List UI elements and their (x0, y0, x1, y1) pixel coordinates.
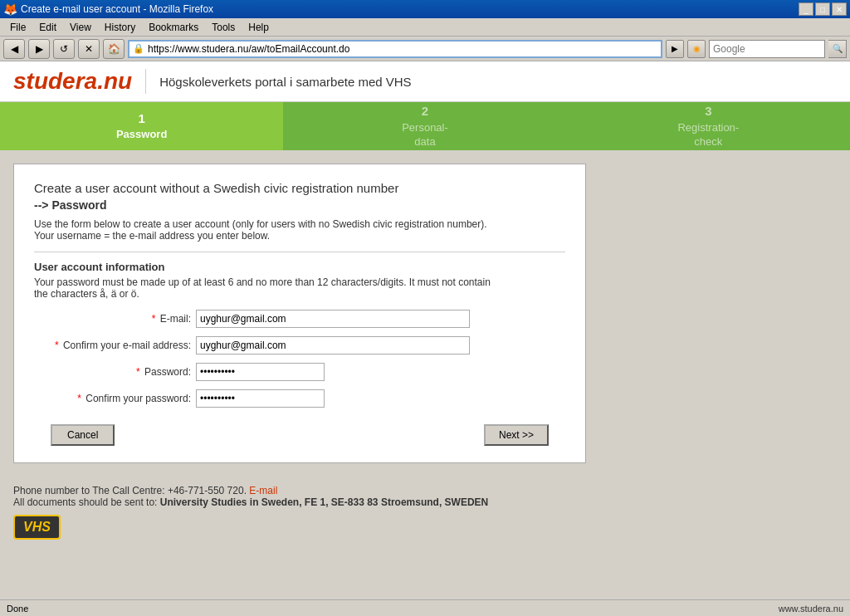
window-title: Create e-mail user account - Mozilla Fir… (21, 3, 799, 15)
url-input[interactable] (148, 43, 657, 55)
home-button[interactable]: 🏠 (103, 39, 125, 59)
confirm-password-label: * Confirm your password: (34, 393, 196, 404)
email-label: * E-mail: (34, 313, 196, 325)
status-bar: Done www.studera.nu (0, 599, 850, 616)
footer: Phone number to The Call Centre: +46-771… (0, 477, 850, 548)
title-bar: 🦊 Create e-mail user account - Mozilla F… (0, 0, 850, 18)
navigation-bar: ◀ ▶ ↺ ✕ 🏠 🔒 ▶ ◉ 🔍 (0, 37, 850, 61)
section-desc-line1: Your password must be made up of at leas… (34, 276, 491, 288)
secure-icon: 🔒 (133, 43, 144, 54)
confirm-password-input[interactable] (196, 389, 325, 408)
confirm-email-row: * Confirm your e-mail address: (34, 336, 565, 354)
go-button[interactable]: ▶ (666, 40, 684, 58)
footer-email-link[interactable]: E-mail (249, 485, 277, 496)
minimize-button[interactable]: _ (799, 2, 813, 16)
address-bar[interactable]: 🔒 (128, 40, 662, 58)
step-1-password: 1 Password (0, 102, 283, 150)
password-input[interactable] (196, 363, 325, 381)
site-tagline: Högskoleverkets portal i samarbete med V… (159, 75, 411, 89)
site-header: studera.nu Högskoleverkets portal i sama… (0, 61, 850, 102)
button-row: Cancel Next >> (34, 424, 565, 446)
forward-button[interactable]: ▶ (28, 39, 50, 59)
footer-address: All documents should be sent to: Univers… (13, 496, 837, 508)
form-subtitle: --> Password (34, 198, 565, 212)
stop-button[interactable]: ✕ (78, 39, 100, 59)
section-title: User account information (34, 261, 565, 273)
menu-file[interactable]: File (3, 20, 32, 35)
form-title: Create a user account without a Swedish … (34, 181, 565, 195)
step-2-label: Personal-data (402, 121, 448, 149)
confirm-password-row: * Confirm your password: (34, 389, 565, 408)
required-mark3: * (136, 366, 140, 378)
required-mark: * (152, 313, 156, 325)
confirm-email-input[interactable] (196, 336, 470, 354)
status-text: Done (7, 604, 28, 614)
form-intro: Use the form below to create a user acco… (34, 218, 565, 242)
menu-bookmarks[interactable]: Bookmarks (142, 20, 205, 35)
window-controls: _ □ ✕ (799, 2, 847, 16)
menu-tools[interactable]: Tools (205, 20, 242, 35)
password-row: * Password: (34, 363, 565, 381)
email-row: * E-mail: (34, 310, 565, 328)
vhs-logo: VHS (13, 515, 61, 540)
progress-bar: 1 Password 2 Personal-data 3 Registratio… (0, 102, 850, 150)
header-divider (145, 69, 146, 94)
cancel-button[interactable]: Cancel (51, 424, 115, 446)
section-desc-line2: the characters å, ä or ö. (34, 288, 139, 300)
step-3-registration: 3 Registration-check (567, 102, 850, 150)
step-2-personaldata: 2 Personal-data (283, 102, 566, 150)
required-mark2: * (55, 340, 59, 351)
search-button[interactable]: 🔍 (828, 40, 847, 58)
intro-line2: Your username = the e-mail address you e… (34, 230, 270, 242)
email-input[interactable] (196, 310, 470, 328)
menu-view[interactable]: View (63, 20, 98, 35)
section-divider (34, 252, 565, 252)
section-desc: Your password must be made up of at leas… (34, 276, 565, 300)
intro-line1: Use the form below to create a user acco… (34, 218, 487, 230)
search-box (709, 40, 825, 58)
footer-address-pre: All documents should be sent to: (13, 496, 157, 508)
footer-address-bold: University Studies in Sweden, FE 1, SE-8… (160, 496, 488, 508)
main-area: Create a user account without a Swedish … (0, 150, 850, 477)
status-domain: www.studera.nu (779, 604, 843, 614)
browser-icon: 🦊 (3, 2, 17, 16)
menu-help[interactable]: Help (242, 20, 276, 35)
step-1-number: 1 (138, 110, 144, 127)
page-content: studera.nu Högskoleverkets portal i sama… (0, 61, 850, 548)
rss-button[interactable]: ◉ (687, 40, 706, 58)
back-button[interactable]: ◀ (3, 39, 25, 59)
footer-phone: Phone number to The Call Centre: +46-771… (13, 485, 247, 496)
required-mark4: * (77, 393, 81, 404)
confirm-email-label: * Confirm your e-mail address: (34, 340, 196, 351)
next-button[interactable]: Next >> (484, 424, 549, 446)
step-2-number: 2 (422, 103, 428, 120)
step-3-number: 3 (705, 103, 711, 120)
close-button[interactable]: ✕ (832, 2, 847, 16)
search-input[interactable] (713, 43, 821, 55)
menu-bar: File Edit View History Bookmarks Tools H… (0, 18, 850, 37)
password-label: * Password: (34, 366, 196, 378)
step-1-label: Password (116, 128, 167, 142)
step-3-label: Registration-check (677, 121, 739, 149)
footer-contact: Phone number to The Call Centre: +46-771… (13, 485, 837, 496)
reload-button[interactable]: ↺ (53, 39, 75, 59)
form-card: Create a user account without a Swedish … (13, 164, 586, 463)
site-logo: studera.nu (13, 68, 132, 95)
maximize-button[interactable]: □ (815, 2, 830, 16)
menu-history[interactable]: History (98, 20, 142, 35)
menu-edit[interactable]: Edit (32, 20, 63, 35)
